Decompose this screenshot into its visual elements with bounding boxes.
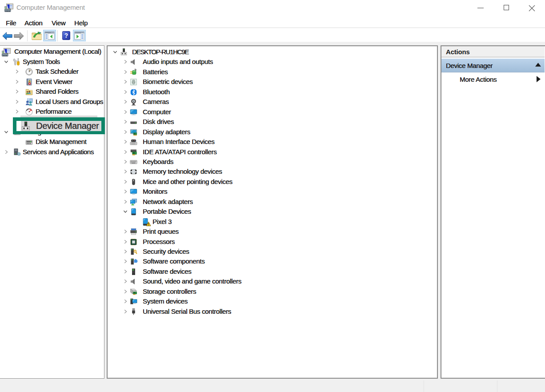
- svg-text:?: ?: [64, 32, 68, 40]
